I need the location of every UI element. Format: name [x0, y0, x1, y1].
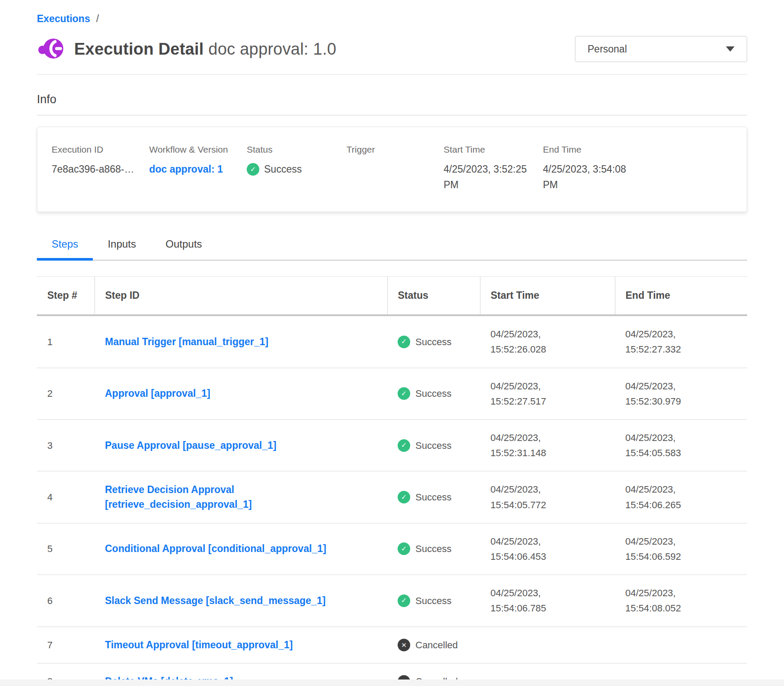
start-time-value: 4/25/2023, 3:52:25 PM	[444, 162, 530, 193]
info-field-end-time: End Time 4/25/2023, 3:54:08 PM	[543, 144, 651, 193]
info-field-status: Status Success	[247, 144, 346, 193]
info-label: Workflow & Version	[149, 144, 241, 155]
step-id-link[interactable]: Slack Send Message [slack_send_message_1…	[105, 593, 326, 608]
step-number: 1	[37, 315, 95, 368]
execution-detail-page: Executions / Execution Detail doc approv…	[0, 0, 784, 686]
breadcrumb: Executions /	[37, 13, 747, 25]
info-label: Status	[247, 144, 340, 155]
info-field-start-time: Start Time 4/25/2023, 3:52:25 PM	[444, 144, 543, 193]
step-id-link[interactable]: Conditional Approval [conditional_approv…	[105, 541, 326, 556]
page-title-sub: doc approval: 1.0	[209, 40, 336, 58]
step-end-time: 04/25/2023, 15:52:30.979	[625, 379, 732, 409]
info-label: Trigger	[346, 144, 438, 155]
execution-id-value: 7e8ac396-a868-…	[52, 162, 138, 177]
step-id-link[interactable]: Timeout Approval [timeout_approval_1]	[105, 637, 293, 653]
status-text: Success	[415, 490, 451, 505]
step-end-time: 04/25/2023, 15:54:05.583	[625, 430, 732, 461]
info-divider	[37, 115, 747, 115]
success-icon	[398, 336, 410, 348]
breadcrumb-separator: /	[96, 13, 99, 25]
table-row: 4 Retrieve Decision Approval [retrieve_d…	[37, 471, 747, 523]
table-row: 3 Pause Approval [pause_approval_1] Succ…	[37, 420, 747, 471]
table-row: 6 Slack Send Message [slack_send_message…	[37, 575, 747, 627]
info-field-trigger: Trigger	[346, 144, 444, 193]
status-text: Success	[415, 438, 451, 453]
cancelled-icon	[398, 639, 410, 651]
title-divider	[37, 74, 747, 75]
chevron-down-icon	[726, 46, 735, 52]
info-card: Execution ID 7e8ac396-a868-… Workflow & …	[37, 127, 747, 212]
step-number: 3	[37, 420, 95, 471]
step-number: 2	[37, 368, 95, 419]
step-id-link[interactable]: Manual Trigger [manual_trigger_1]	[105, 334, 268, 350]
step-number: 5	[37, 523, 95, 575]
title-row: Execution Detail doc approval: 1.0 Perso…	[37, 36, 747, 62]
info-label: Start Time	[444, 144, 537, 155]
col-header-step-id: Step ID	[95, 277, 387, 316]
status-text: Success	[415, 334, 451, 350]
page-bottom-strip	[0, 679, 784, 686]
success-icon	[398, 491, 410, 503]
step-id-link[interactable]: Retrieve Decision Approval [retrieve_dec…	[105, 482, 379, 512]
steps-table: Step # Step ID Status Start Time End Tim…	[37, 276, 747, 686]
step-number: 4	[37, 471, 95, 523]
table-row: 1 Manual Trigger [manual_trigger_1] Succ…	[37, 315, 747, 368]
step-number: 6	[37, 575, 95, 627]
workspace-select-value: Personal	[588, 43, 627, 55]
page-title-main: Execution Detail	[74, 40, 204, 58]
status-value: Success	[247, 162, 340, 177]
success-icon	[398, 595, 410, 607]
status-text: Cancelled	[415, 637, 458, 653]
success-icon	[247, 163, 259, 176]
step-end-time: 04/25/2023, 15:52:27.332	[625, 327, 732, 357]
tab-steps[interactable]: Steps	[37, 235, 93, 261]
info-heading: Info	[37, 93, 747, 106]
col-header-step-number: Step #	[37, 277, 95, 316]
success-icon	[398, 387, 410, 400]
step-start-time: 04/25/2023, 15:52:26.028	[490, 327, 597, 357]
step-end-time: 04/25/2023, 15:54:08.052	[625, 585, 732, 616]
step-end-time: 04/25/2023, 15:54:06.592	[625, 534, 732, 564]
table-row: 7 Timeout Approval [timeout_approval_1] …	[37, 627, 747, 663]
info-label: End Time	[543, 144, 645, 155]
tab-outputs[interactable]: Outputs	[151, 235, 217, 261]
detail-tabs: Steps Inputs Outputs	[37, 235, 747, 261]
breadcrumb-executions-link[interactable]: Executions	[37, 13, 90, 25]
step-start-time: 04/25/2023, 15:52:31.148	[490, 430, 597, 461]
steps-table-header-row: Step # Step ID Status Start Time End Tim…	[37, 277, 747, 316]
col-header-end-time: End Time	[615, 277, 747, 316]
step-start-time: 04/25/2023, 15:54:06.785	[490, 585, 597, 616]
status-text: Success	[264, 162, 302, 177]
step-number: 7	[37, 627, 95, 663]
info-label: Execution ID	[52, 144, 143, 155]
step-start-time: 04/25/2023, 15:54:05.772	[490, 482, 597, 512]
info-field-execution-id: Execution ID 7e8ac396-a868-…	[52, 144, 149, 193]
workflow-version-link[interactable]: doc approval: 1	[149, 162, 241, 177]
col-header-status: Status	[387, 277, 480, 316]
step-start-time: 04/25/2023, 15:54:06.453	[490, 534, 597, 564]
status-text: Success	[415, 386, 451, 401]
end-time-value: 4/25/2023, 3:54:08 PM	[543, 162, 630, 193]
step-id-link[interactable]: Approval [approval_1]	[105, 386, 210, 401]
info-field-workflow-version: Workflow & Version doc approval: 1	[149, 144, 247, 193]
table-row: 5 Conditional Approval [conditional_appr…	[37, 523, 747, 575]
status-text: Success	[415, 541, 451, 556]
workflow-brand-icon	[37, 36, 65, 62]
step-id-link[interactable]: Pause Approval [pause_approval_1]	[105, 438, 276, 453]
success-icon	[398, 542, 410, 555]
workspace-select[interactable]: Personal	[575, 36, 747, 62]
page-title: Execution Detail doc approval: 1.0	[74, 40, 336, 59]
step-start-time: 04/25/2023, 15:52:27.517	[490, 379, 597, 409]
table-row: 2 Approval [approval_1] Success 04/25/20…	[37, 368, 747, 419]
tab-inputs[interactable]: Inputs	[93, 235, 150, 261]
success-icon	[398, 439, 410, 452]
col-header-start-time: Start Time	[480, 277, 615, 316]
step-end-time: 04/25/2023, 15:54:06.265	[625, 482, 732, 512]
status-text: Success	[415, 593, 451, 608]
